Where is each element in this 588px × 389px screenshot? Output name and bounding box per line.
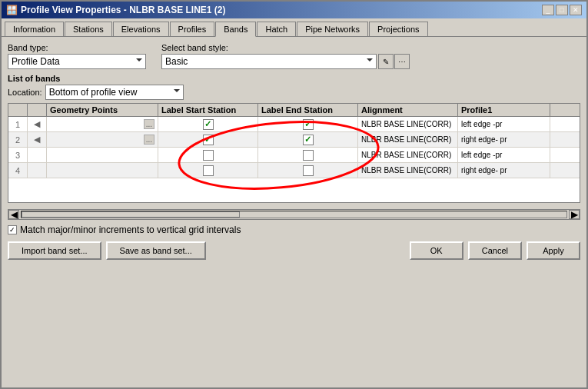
checkbox-label-start-row1[interactable] <box>203 119 214 130</box>
window-icon: 🪟 <box>6 5 18 15</box>
band-style-edit-button[interactable]: ✎ <box>378 54 394 69</box>
scroll-left-button[interactable]: ◀ <box>8 210 19 219</box>
band-style-dropdown-arrow <box>367 58 373 65</box>
cell-row4-alignment: NLBR BASE LINE(CORR) <box>358 163 458 178</box>
cell-row1-num: 1 <box>8 117 28 131</box>
cancel-button[interactable]: Cancel <box>468 241 522 260</box>
cell-row3-num: 3 <box>8 148 28 162</box>
checkbox-label-end-row3[interactable] <box>303 150 314 161</box>
maximize-button[interactable]: □ <box>556 5 568 15</box>
scrollbar-track[interactable] <box>21 211 567 218</box>
band-style-new-button[interactable]: ⋯ <box>394 54 410 69</box>
location-label: Location: <box>8 88 42 97</box>
geom-ellipsis-button-2[interactable]: ... <box>144 135 154 145</box>
minimize-button[interactable]: _ <box>542 5 554 15</box>
list-of-bands-section: List of bands Location: Bottom of profil… <box>8 74 580 203</box>
col-header-alignment: Alignment <box>358 104 458 116</box>
band-type-row: Band type: Profile Data Select band styl… <box>8 43 580 69</box>
import-band-set-button[interactable]: Import band set... <box>8 241 101 260</box>
col-header-label-end: Label End Station <box>258 104 358 116</box>
cell-row1-arrow[interactable]: ◀ <box>28 117 47 131</box>
band-type-select[interactable]: Profile Data <box>8 54 146 69</box>
list-of-bands-label: List of bands <box>8 74 580 83</box>
checkbox-label-end-row4[interactable] <box>303 165 314 176</box>
cell-row2-label-end[interactable] <box>258 132 358 147</box>
checkbox-label-start-row4[interactable] <box>203 165 214 176</box>
scrollbar-thumb[interactable] <box>22 211 240 218</box>
tab-stations[interactable]: Stations <box>65 22 112 36</box>
import-save-buttons: Import band set... Save as band set... <box>8 241 206 260</box>
band-type-select-control: Profile Data <box>8 54 146 69</box>
col-header-profile1: Profile1 <box>458 104 550 116</box>
cell-row1-profile1: left edge -pr <box>458 117 550 131</box>
table-row: 1 ◀ ... NLBR BASE LINE(CORR) <box>8 117 580 132</box>
checkbox-label-end-row2[interactable] <box>303 135 314 145</box>
cell-row3-label-end[interactable] <box>258 148 358 162</box>
band-type-dropdown-arrow <box>136 58 142 65</box>
tab-hatch[interactable]: Hatch <box>257 22 296 36</box>
col-header-num <box>8 104 28 116</box>
checkbox-label-start-row2[interactable] <box>203 135 214 145</box>
location-select[interactable]: Bottom of profile view <box>45 85 184 100</box>
save-band-set-button[interactable]: Save as band set... <box>106 241 206 260</box>
action-buttons-row: Import band set... Save as band set... O… <box>8 241 580 260</box>
cell-row3-geom <box>47 148 158 162</box>
tab-bands[interactable]: Bands <box>215 22 256 37</box>
table-row: 4 NLBR BASE LINE(CORR) right edge- pr <box>8 163 580 178</box>
tab-elevations[interactable]: Elevations <box>113 22 169 36</box>
checkbox-label-end-row1[interactable] <box>303 119 314 130</box>
tab-bar: Information Stations Elevations Profiles… <box>2 18 586 37</box>
cell-row2-alignment: NLBR BASE LINE(CORR) <box>358 132 458 147</box>
cell-row2-arrow[interactable]: ◀ <box>28 132 47 147</box>
main-window: 🪟 Profile View Properties - NLBR BASE LI… <box>0 0 588 389</box>
title-bar: 🪟 Profile View Properties - NLBR BASE LI… <box>2 2 586 18</box>
ok-button[interactable]: OK <box>410 241 463 260</box>
cell-row4-geom <box>47 163 158 178</box>
col-header-geometry-points: Geometry Points <box>47 104 158 116</box>
bands-table: Geometry Points Label Start Station Labe… <box>8 103 580 203</box>
close-button[interactable]: ✕ <box>570 5 582 15</box>
scroll-right-button[interactable]: ▶ <box>569 210 580 219</box>
cell-row1-label-end[interactable] <box>258 117 358 131</box>
cell-row1-label-start[interactable] <box>158 117 258 131</box>
cell-row4-profile1: right edge- pr <box>458 163 550 178</box>
cell-row2-label-start[interactable] <box>158 132 258 147</box>
cell-row3-profile1: left edge -pr <box>458 148 550 162</box>
cell-row2-profile1: right edge- pr <box>458 132 550 147</box>
location-row: Location: Bottom of profile view <box>8 85 580 100</box>
apply-button[interactable]: Apply <box>527 241 580 260</box>
content-area: Band type: Profile Data Select band styl… <box>2 37 586 387</box>
table-header: Geometry Points Label Start Station Labe… <box>8 104 580 117</box>
checkbox-label-start-row3[interactable] <box>203 150 214 161</box>
band-style-select[interactable]: Basic <box>161 54 377 69</box>
title-bar-controls: _ □ ✕ <box>542 5 582 15</box>
cell-row4-label-start[interactable] <box>158 163 258 178</box>
col-header-label-start: Label Start Station <box>158 104 258 116</box>
band-style-actions: ✎ ⋯ <box>378 54 410 69</box>
cell-row4-label-end[interactable] <box>258 163 358 178</box>
band-type-group: Band type: Profile Data <box>8 43 146 69</box>
tab-information[interactable]: Information <box>5 22 64 36</box>
cell-row2-geom[interactable]: ... <box>47 132 158 147</box>
cell-row2-num: 2 <box>8 132 28 147</box>
cell-row3-arrow <box>28 148 47 162</box>
bottom-section: Match major/minor increments to vertical… <box>8 224 580 260</box>
increment-checkbox[interactable] <box>8 225 17 234</box>
select-band-style-control: Basic ✎ ⋯ <box>161 54 410 69</box>
cell-row3-label-start[interactable] <box>158 148 258 162</box>
select-band-style-label: Select band style: <box>161 43 410 52</box>
horizontal-scrollbar[interactable]: ◀ ▶ <box>8 209 580 220</box>
tab-projections[interactable]: Projections <box>369 22 427 36</box>
cell-row1-geom[interactable]: ... <box>47 117 158 131</box>
tab-profiles[interactable]: Profiles <box>170 22 215 36</box>
ok-cancel-apply-buttons: OK Cancel Apply <box>410 241 580 260</box>
select-band-style-group: Select band style: Basic ✎ ⋯ <box>161 43 410 69</box>
geom-ellipsis-button-1[interactable]: ... <box>144 119 154 129</box>
cell-row4-num: 4 <box>8 163 28 178</box>
title-bar-text: 🪟 Profile View Properties - NLBR BASE LI… <box>6 5 226 15</box>
increment-checkbox-label: Match major/minor increments to vertical… <box>20 224 241 235</box>
location-dropdown-arrow <box>174 89 180 95</box>
tab-pipe-networks[interactable]: Pipe Networks <box>297 22 368 36</box>
increment-checkbox-row: Match major/minor increments to vertical… <box>8 224 580 235</box>
col-header-arrow <box>28 104 47 116</box>
